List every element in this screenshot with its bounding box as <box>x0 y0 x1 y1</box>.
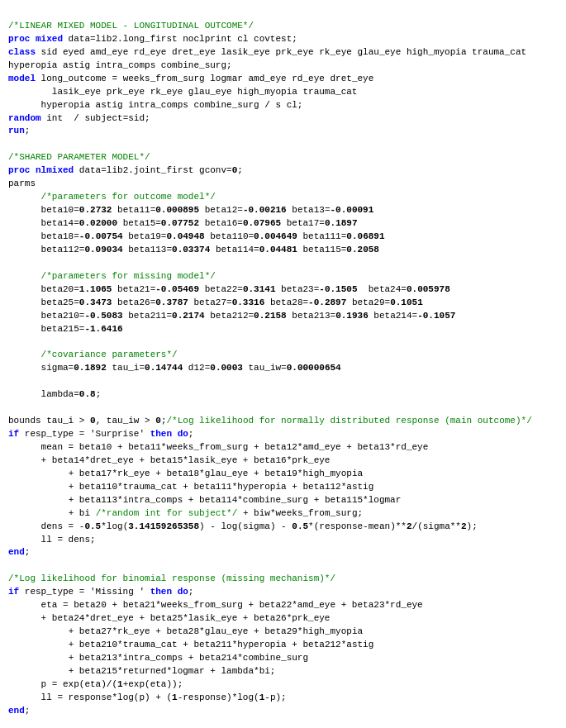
code-content: /*LINEAR MIXED MODEL - LONGITUDINAL OUTC… <box>8 7 558 728</box>
